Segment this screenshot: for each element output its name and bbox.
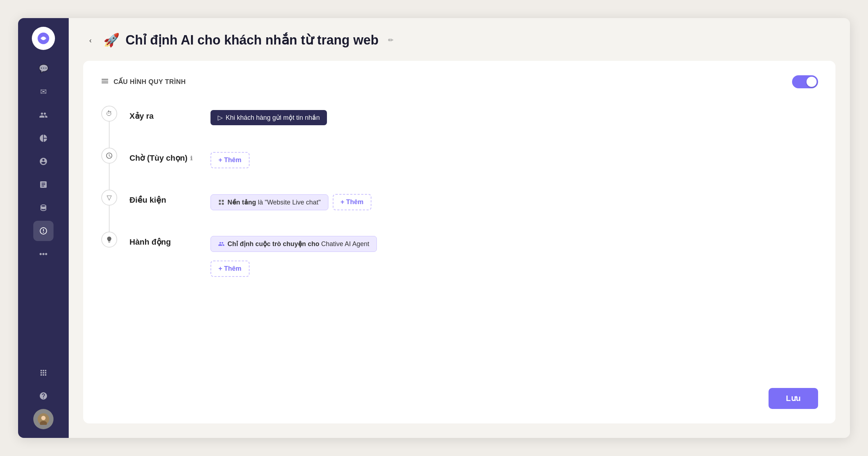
step-action-indicator bbox=[101, 232, 118, 248]
step-trigger-content: Xảy ra ▷ Khi khách hàng gửi một tin nhắn bbox=[129, 106, 818, 125]
sidebar-item-chat[interactable]: 💬 bbox=[33, 59, 54, 79]
info-icon[interactable]: ℹ bbox=[190, 155, 192, 162]
condition-add-button[interactable]: + Thêm bbox=[333, 194, 372, 210]
config-title-text: CẤU HÌNH QUY TRÌNH bbox=[114, 78, 186, 86]
step-line bbox=[109, 206, 110, 232]
back-button[interactable]: ‹ bbox=[83, 33, 98, 47]
toggle-active[interactable] bbox=[792, 75, 818, 88]
action-add-button[interactable]: + Thêm bbox=[210, 261, 250, 277]
step-condition-label: Điều kiện bbox=[129, 193, 202, 205]
step-condition-actions: Nền tảng là "Website Live chat" + Thêm bbox=[210, 193, 818, 210]
svg-point-3 bbox=[41, 416, 46, 420]
trigger-icon: ▷ bbox=[218, 114, 223, 122]
step-action-actions: Chỉ định cuộc trò chuyện cho Chative AI … bbox=[210, 235, 818, 277]
save-button[interactable]: Lưu bbox=[769, 388, 818, 409]
trigger-chip[interactable]: ▷ Khi khách hàng gửi một tin nhắn bbox=[210, 110, 327, 125]
step-line bbox=[109, 122, 110, 148]
sidebar-item-help[interactable] bbox=[33, 386, 54, 406]
sidebar-item-more[interactable]: ••• bbox=[33, 244, 54, 264]
sidebar-item-agent[interactable] bbox=[33, 151, 54, 172]
sidebar-logo[interactable] bbox=[32, 27, 55, 50]
condition-chip[interactable]: Nền tảng là "Website Live chat" bbox=[210, 194, 328, 210]
step-wait-icon bbox=[101, 148, 117, 164]
avatar[interactable] bbox=[33, 409, 54, 429]
step-trigger-label: Xảy ra bbox=[129, 109, 202, 121]
step-wait-indicator bbox=[101, 148, 118, 190]
condition-platform: Nền tảng là "Website Live chat" bbox=[227, 198, 321, 206]
step-condition-content: Điều kiện Nền tảng là "Website Live chat… bbox=[129, 190, 818, 210]
step-action: Hành động Chỉ định cuộc trò chuyện cho C… bbox=[101, 232, 818, 277]
action-assign-chip[interactable]: Chỉ định cuộc trò chuyện cho Chative AI … bbox=[210, 236, 377, 252]
config-title: CẤU HÌNH QUY TRÌNH bbox=[101, 77, 186, 87]
step-condition: ▽ Điều kiện Nền tảng là "Website Live ch… bbox=[101, 190, 818, 232]
wait-add-button[interactable]: + Thêm bbox=[210, 152, 250, 168]
step-action-icon bbox=[101, 232, 117, 248]
config-icon bbox=[101, 77, 109, 87]
app-container: 💬 ✉ bbox=[18, 18, 850, 438]
step-condition-indicator: ▽ bbox=[101, 190, 118, 232]
main-content: ‹ 🚀 Chỉ định AI cho khách nhắn từ trang … bbox=[69, 18, 850, 438]
page-header: ‹ 🚀 Chỉ định AI cho khách nhắn từ trang … bbox=[83, 33, 835, 48]
sidebar-item-automation[interactable] bbox=[33, 221, 54, 241]
step-trigger-indicator: ⏱ bbox=[101, 106, 118, 148]
step-wait-label: Chờ (Tùy chọn) ℹ bbox=[129, 151, 202, 163]
toggle-knob bbox=[807, 77, 817, 87]
config-card: CẤU HÌNH QUY TRÌNH ⏱ Xảy ra bbox=[83, 61, 835, 423]
action-assign-text: Chỉ định cuộc trò chuyện cho Chative AI … bbox=[227, 240, 369, 248]
sidebar-item-reports[interactable] bbox=[33, 128, 54, 148]
sidebar-item-database[interactable] bbox=[33, 198, 54, 218]
sidebar-item-inbox[interactable]: ✉ bbox=[33, 82, 54, 102]
sidebar-item-templates[interactable] bbox=[33, 174, 54, 195]
page-title: Chỉ định AI cho khách nhắn từ trang web bbox=[125, 33, 379, 48]
config-header: CẤU HÌNH QUY TRÌNH bbox=[101, 75, 818, 88]
step-wait-content: Chờ (Tùy chọn) ℹ + Thêm bbox=[129, 148, 818, 168]
step-action-label: Hành động bbox=[129, 235, 202, 247]
trigger-text: Khi khách hàng gửi một tin nhắn bbox=[226, 114, 320, 122]
step-wait-actions: + Thêm bbox=[210, 151, 818, 168]
edit-icon[interactable]: ✏ bbox=[384, 34, 397, 47]
step-line bbox=[109, 164, 110, 190]
step-condition-icon: ▽ bbox=[101, 190, 117, 206]
workflow: ⏱ Xảy ra ▷ Khi khách hàng gửi một tin nh… bbox=[101, 106, 818, 277]
step-action-content: Hành động Chỉ định cuộc trò chuyện cho C… bbox=[129, 232, 818, 277]
step-trigger-icon: ⏱ bbox=[101, 106, 117, 122]
step-trigger-actions: ▷ Khi khách hàng gửi một tin nhắn bbox=[210, 109, 818, 125]
page-title-emoji: 🚀 bbox=[103, 33, 120, 48]
sidebar-item-contacts[interactable] bbox=[33, 105, 54, 125]
step-trigger: ⏱ Xảy ra ▷ Khi khách hàng gửi một tin nh… bbox=[101, 106, 818, 148]
sidebar: 💬 ✉ bbox=[18, 18, 69, 438]
svg-point-1 bbox=[42, 37, 45, 40]
step-wait: Chờ (Tùy chọn) ℹ + Thêm bbox=[101, 148, 818, 190]
sidebar-item-apps[interactable] bbox=[33, 363, 54, 383]
